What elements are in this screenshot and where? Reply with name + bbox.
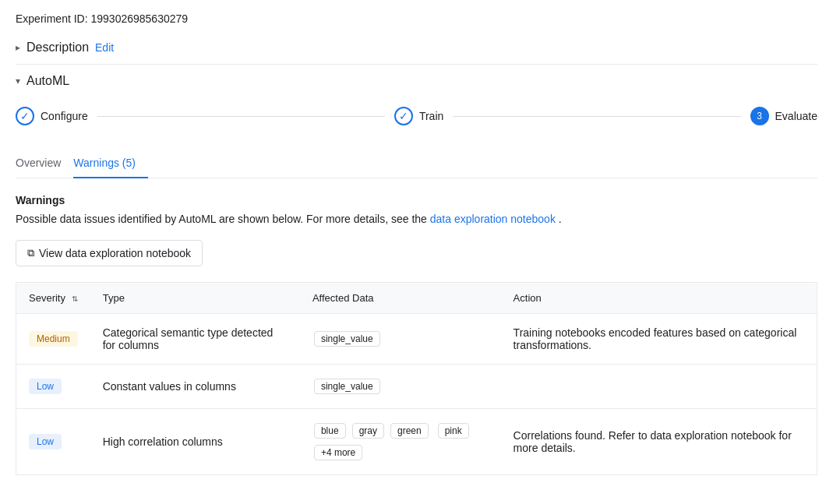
tags-container-2: single_value (312, 377, 489, 396)
tags-container-3: blue gray green pink +4 more (312, 421, 489, 462)
severity-cell-2: Low (16, 365, 90, 409)
col-action: Action (501, 283, 817, 314)
warnings-title: Warnings (16, 194, 817, 206)
step-configure-circle: ✓ (16, 107, 34, 125)
tag: gray (352, 423, 384, 439)
step-configure-label: Configure (41, 110, 88, 122)
severity-badge-medium: Medium (29, 331, 78, 347)
table-row: Low Constant values in columns single_va… (16, 365, 817, 409)
experiment-id-value: 1993026985630279 (90, 12, 188, 25)
type-cell-1: Categorical semantic type detected for c… (90, 314, 300, 365)
step-train-label: Train (419, 110, 443, 122)
warnings-content: Warnings Possible data issues identified… (16, 194, 817, 475)
automl-chevron: ▾ (16, 76, 20, 86)
type-cell-3: High correlation columns (90, 409, 300, 475)
affected-data-cell-2: single_value (300, 365, 501, 409)
col-severity: Severity ⇅ (16, 283, 90, 314)
description-chevron: ▸ (16, 42, 20, 53)
description-section-header[interactable]: ▸ Description Edit (16, 41, 817, 55)
severity-cell-1: Medium (16, 314, 90, 365)
tag: +4 more (314, 445, 362, 460)
description-title: Description (26, 41, 89, 55)
tag: blue (314, 423, 346, 439)
automl-title: AutoML (26, 74, 69, 88)
step-evaluate-label: Evaluate (775, 110, 817, 122)
action-cell-2 (501, 365, 817, 409)
warnings-table: Severity ⇅ Type Affected Data Action Med… (16, 282, 817, 475)
tabs-container: Overview Warnings (5) (16, 150, 817, 178)
severity-badge-low-1: Low (29, 379, 62, 394)
table-header-row: Severity ⇅ Type Affected Data Action (16, 283, 817, 314)
step-line-1 (97, 116, 385, 117)
severity-badge-low-2: Low (29, 434, 62, 449)
step-configure-check: ✓ (20, 110, 30, 122)
step-line-2 (453, 116, 740, 117)
table-row: Medium Categorical semantic type detecte… (16, 314, 817, 365)
description-edit-link[interactable]: Edit (95, 41, 114, 54)
tag: pink (438, 423, 469, 439)
sort-icon-severity[interactable]: ⇅ (72, 294, 78, 303)
data-exploration-link[interactable]: data exploration notebook (430, 213, 556, 225)
experiment-id-label: Experiment ID: (16, 12, 88, 25)
step-evaluate-number: 3 (757, 111, 762, 122)
step-train-circle: ✓ (394, 107, 413, 125)
affected-data-cell-3: blue gray green pink +4 more (300, 409, 501, 475)
col-type: Type (90, 283, 300, 314)
tag: green (390, 423, 429, 439)
step-evaluate: 3 Evaluate (750, 107, 817, 125)
action-cell-1: Training notebooks encoded features base… (501, 314, 817, 365)
tag: single_value (314, 331, 380, 347)
view-notebook-button[interactable]: ⧉ View data exploration notebook (16, 240, 203, 266)
automl-section-header[interactable]: ▾ AutoML (16, 74, 817, 88)
stepper: ✓ Configure ✓ Train 3 Evaluate (16, 97, 817, 135)
step-configure: ✓ Configure (16, 107, 88, 125)
step-evaluate-circle: 3 (750, 107, 769, 125)
severity-cell-3: Low (16, 409, 90, 475)
step-train-check: ✓ (399, 110, 408, 122)
divider-1 (16, 64, 817, 65)
tags-container-1: single_value (312, 330, 489, 348)
experiment-id: Experiment ID: 1993026985630279 (16, 12, 817, 25)
step-train: ✓ Train (394, 107, 443, 125)
action-cell-3: Correlations found. Refer to data explor… (501, 409, 817, 475)
type-cell-2: Constant values in columns (90, 365, 300, 409)
external-link-icon: ⧉ (27, 247, 34, 259)
col-affected-data: Affected Data (300, 283, 501, 314)
tab-overview[interactable]: Overview (16, 150, 73, 178)
tab-warnings[interactable]: Warnings (5) (73, 150, 148, 178)
affected-data-cell-1: single_value (300, 314, 501, 365)
table-row: Low High correlation columns blue gray g… (16, 409, 817, 475)
warnings-description: Possible data issues identified by AutoM… (16, 211, 817, 227)
tag: single_value (314, 379, 380, 394)
